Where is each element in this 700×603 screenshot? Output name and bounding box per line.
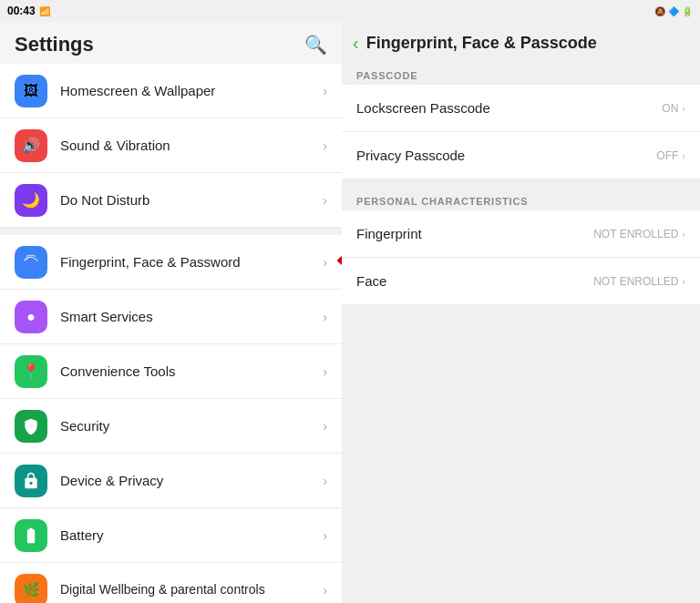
settings-item-sound[interactable]: 🔊 Sound & Vibration ›	[0, 118, 342, 173]
search-icon[interactable]: 🔍	[304, 34, 327, 56]
chevron-icon: ›	[323, 193, 327, 208]
chevron-icon: ›	[323, 528, 327, 543]
settings-item-donotdisturb[interactable]: 🌙 Do Not Disturb ›	[0, 173, 342, 228]
settings-item-smartservices[interactable]: ● Smart Services ›	[0, 290, 342, 344]
security-icon	[15, 410, 47, 443]
settings-item-deviceprivacy[interactable]: Device & Privacy ›	[0, 454, 342, 508]
fingerprint-status: NOT ENROLLED	[593, 228, 678, 240]
fingerprint-label: Fingerprint, Face & Password	[60, 254, 323, 270]
passcode-section-label: PASSCODE	[342, 61, 700, 85]
back-button[interactable]: ‹	[353, 33, 359, 54]
face-value: NOT ENROLLED ›	[593, 275, 685, 288]
chevron-icon: ›	[323, 364, 327, 379]
homescreen-icon: 🖼	[15, 75, 47, 107]
digitalwellbeing-icon: 🌿	[15, 574, 47, 604]
settings-panel: Settings 🔍 🖼 Homescreen & Wallpaper › 🔊 …	[0, 0, 342, 603]
smartservices-label: Smart Services	[60, 309, 323, 324]
sound-label: Sound & Vibration	[60, 138, 323, 153]
settings-item-security[interactable]: Security ›	[0, 399, 342, 454]
smartservices-icon: ●	[15, 301, 47, 333]
chevron-icon: ›	[682, 150, 685, 161]
chevron-icon: ›	[682, 276, 685, 287]
lockscreen-status: ON	[662, 102, 678, 115]
divider	[0, 228, 342, 235]
battery-icon	[15, 519, 47, 552]
chevron-icon: ›	[323, 474, 327, 488]
privacy-status: OFF	[656, 149, 678, 162]
donotdisturb-label: Do Not Disturb	[60, 192, 323, 208]
status-left: 00:43 📶	[7, 5, 50, 17]
chevron-icon: ›	[323, 255, 327, 270]
chevron-icon: ›	[323, 310, 327, 324]
chevron-icon: ›	[323, 583, 327, 598]
donotdisturb-icon: 🌙	[15, 184, 47, 217]
battery-label: Battery	[60, 527, 323, 543]
lockscreen-passcode-item[interactable]: Lockscreen Passcode ON ›	[342, 85, 700, 132]
privacy-value: OFF ›	[656, 149, 685, 162]
battery-icon: 🔋	[682, 6, 693, 16]
convenience-label: Convenience Tools	[60, 363, 323, 379]
deviceprivacy-icon	[15, 465, 47, 497]
bluetooth-icon: 🔷	[668, 6, 679, 16]
fingerprint-value: NOT ENROLLED ›	[593, 228, 685, 240]
fingerprint-item[interactable]: Fingerprint NOT ENROLLED ›	[342, 210, 700, 258]
svg-marker-0	[337, 244, 342, 277]
settings-item-battery[interactable]: Battery ›	[0, 508, 342, 563]
settings-item-fingerprint[interactable]: Fingerprint, Face & Password ›	[0, 235, 342, 290]
settings-list: 🖼 Homescreen & Wallpaper › 🔊 Sound & Vib…	[0, 64, 342, 603]
privacy-passcode-item[interactable]: Privacy Passcode OFF ›	[342, 132, 700, 179]
face-status: NOT ENROLLED	[593, 275, 678, 288]
personal-section: PERSONAL CHARACTERISTICS Fingerprint NOT…	[342, 187, 700, 305]
status-right: 🔕 🔷 🔋	[654, 6, 693, 16]
security-label: Security	[60, 418, 323, 434]
detail-panel: ‹ Fingerprint, Face & Passcode PASSCODE …	[342, 0, 700, 603]
lockscreen-label: Lockscreen Passcode	[356, 100, 490, 116]
lockscreen-value: ON ›	[662, 102, 685, 115]
privacy-label: Privacy Passcode	[356, 148, 465, 163]
chevron-icon: ›	[682, 229, 685, 240]
settings-item-homescreen[interactable]: 🖼 Homescreen & Wallpaper ›	[0, 64, 342, 118]
digitalwellbeing-label: Digital Wellbeing & parental controls	[60, 582, 323, 598]
bottom-gray-area	[342, 305, 700, 487]
chevron-icon: ›	[682, 103, 685, 114]
settings-item-digitalwellbeing[interactable]: 🌿 Digital Wellbeing & parental controls …	[0, 563, 342, 603]
fingerprint-detail-label: Fingerprint	[356, 226, 422, 241]
settings-header: Settings 🔍	[0, 22, 342, 64]
chevron-icon: ›	[323, 138, 327, 153]
face-item[interactable]: Face NOT ENROLLED ›	[342, 258, 700, 305]
detail-header: ‹ Fingerprint, Face & Passcode	[342, 22, 700, 61]
homescreen-label: Homescreen & Wallpaper	[60, 83, 323, 98]
silent-icon: 🔕	[654, 6, 665, 16]
status-bar: 00:43 📶 🔕 🔷 🔋	[0, 0, 700, 22]
personal-section-label: PERSONAL CHARACTERISTICS	[342, 187, 700, 210]
selection-arrow	[337, 244, 342, 281]
signal-icon: 📶	[39, 6, 50, 16]
time-display: 00:43	[7, 5, 36, 17]
detail-title: Fingerprint, Face & Passcode	[366, 34, 597, 53]
sound-icon: 🔊	[15, 129, 47, 162]
settings-item-convenience[interactable]: 📍 Convenience Tools ›	[0, 344, 342, 399]
deviceprivacy-label: Device & Privacy	[60, 473, 323, 488]
settings-title: Settings	[15, 33, 94, 56]
chevron-icon: ›	[323, 419, 327, 434]
convenience-icon: 📍	[15, 355, 47, 388]
chevron-icon: ›	[323, 84, 327, 98]
face-label: Face	[356, 273, 386, 289]
fingerprint-icon	[15, 246, 47, 279]
